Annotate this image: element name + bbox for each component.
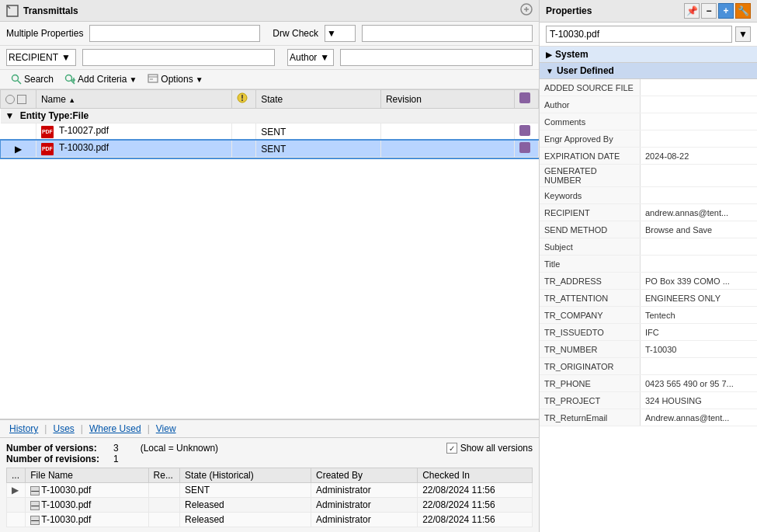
row-purple bbox=[514, 141, 538, 158]
pin-button[interactable]: 📌 bbox=[684, 3, 700, 19]
status-icon bbox=[237, 92, 248, 103]
file-selector-input[interactable] bbox=[546, 26, 732, 43]
col-revision[interactable]: Revision bbox=[380, 90, 514, 109]
panel-header: Transmittals bbox=[0, 0, 539, 22]
h-state: SENT bbox=[180, 483, 311, 498]
row-radio[interactable] bbox=[1, 123, 36, 141]
options-label: Options bbox=[161, 74, 193, 85]
history-row[interactable]: ▶ —T-10030.pdf SENT Administrator 22/08/… bbox=[7, 483, 533, 498]
user-defined-arrow: ▼ bbox=[546, 67, 554, 75]
panel-title: Transmittals bbox=[23, 5, 78, 16]
system-section[interactable]: ▶ System bbox=[540, 47, 757, 63]
hcol-re[interactable]: Re... bbox=[148, 468, 179, 483]
history-table: ... File Name Re... State (Historical) C… bbox=[6, 468, 533, 527]
versions-row: Number of versions: 3 (Local = Unknown) bbox=[6, 443, 218, 454]
add-criteria-button[interactable]: Add Criteria ▼ bbox=[60, 72, 141, 86]
col-name[interactable]: Name bbox=[36, 90, 231, 109]
prop-row: TR_ORIGINATOR bbox=[540, 358, 757, 375]
file-dropdown-button[interactable]: ▼ bbox=[735, 26, 751, 42]
options-button[interactable]: Options ▼ bbox=[143, 72, 207, 86]
prop-row: SEND METHOD Browse and Save bbox=[540, 221, 757, 238]
main-table-container[interactable]: Name State Revision bbox=[0, 89, 539, 419]
prop-val bbox=[641, 238, 757, 255]
author-dropdown[interactable]: Author ▼ bbox=[287, 49, 334, 66]
prop-row: Keywords bbox=[540, 187, 757, 204]
col-radio[interactable] bbox=[1, 90, 36, 109]
h-expand-cell bbox=[7, 498, 26, 513]
hcol-filename[interactable]: File Name bbox=[26, 468, 148, 483]
prop-row: TR_NUMBER T-10030 bbox=[540, 341, 757, 358]
hcol-createdby[interactable]: Created By bbox=[311, 468, 417, 483]
revisions-row: Number of revisions: 1 bbox=[6, 454, 218, 464]
h-createdby: Administrator bbox=[311, 483, 417, 498]
group-expander[interactable]: ▼ bbox=[5, 110, 15, 121]
table-row[interactable]: ▶ PDF T-10030.pdf SENT bbox=[1, 141, 539, 158]
row-revision bbox=[380, 123, 514, 141]
revisions-label: Number of revisions: bbox=[6, 454, 107, 464]
recipient-input[interactable] bbox=[82, 49, 275, 66]
prop-key: EXPIRATION DATE bbox=[540, 148, 641, 164]
author-input[interactable] bbox=[340, 49, 533, 66]
prop-key: Keywords bbox=[540, 187, 641, 203]
tab-where-used[interactable]: Where Used bbox=[86, 422, 144, 435]
row-state: SENT bbox=[256, 123, 381, 141]
prop-row: TR_ISSUEDTO IFC bbox=[540, 324, 757, 341]
properties-header: Properties 📌 − + 🔧 bbox=[540, 0, 757, 23]
recipient-dropdown[interactable]: RECIPIENT ▼ bbox=[6, 49, 76, 66]
prop-row: TR_PROJECT 324 HOUSING bbox=[540, 392, 757, 409]
properties-table[interactable]: ▶ System ▼ User Defined ADDED SOURCE FIL… bbox=[540, 47, 757, 532]
h-expand-cell[interactable]: ▶ bbox=[7, 483, 26, 498]
purple-icon bbox=[519, 92, 530, 103]
svg-point-5 bbox=[12, 75, 19, 82]
prop-key: TR_PROJECT bbox=[540, 392, 641, 409]
row-name[interactable]: PDF T-10030.pdf bbox=[36, 141, 231, 158]
prop-row: Subject bbox=[540, 238, 757, 256]
show-all-row: ✓ Show all versions bbox=[446, 443, 533, 454]
pdf-icon: PDF bbox=[41, 126, 54, 138]
search-icon bbox=[11, 74, 22, 85]
prop-key: ADDED SOURCE FILE bbox=[540, 79, 641, 96]
local-note: (Local = Unknown) bbox=[141, 443, 218, 454]
tab-history[interactable]: History bbox=[6, 422, 41, 435]
prop-val bbox=[641, 165, 757, 186]
history-content: Number of versions: 3 (Local = Unknown) … bbox=[0, 438, 539, 532]
prop-val: 324 HOUSING bbox=[641, 392, 757, 409]
user-defined-section[interactable]: ▼ User Defined bbox=[540, 63, 757, 79]
plus-button[interactable]: + bbox=[718, 3, 734, 19]
multiple-properties-input[interactable] bbox=[89, 25, 260, 42]
search-button[interactable]: Search bbox=[6, 72, 58, 86]
prop-val: ENGINEERS ONLY bbox=[641, 290, 757, 306]
col-state[interactable]: State bbox=[256, 90, 381, 109]
history-row[interactable]: —T-10030.pdf Released Administrator 22/0… bbox=[7, 498, 533, 513]
group-label: Entity Type:File bbox=[20, 110, 89, 121]
hcol-checkedin[interactable]: Checked In bbox=[418, 468, 533, 483]
system-arrow: ▶ bbox=[546, 50, 552, 59]
drw-check-input[interactable] bbox=[362, 25, 533, 42]
prop-key: Title bbox=[540, 256, 641, 272]
hcol-state[interactable]: State (Historical) bbox=[180, 468, 311, 483]
h-dash-icon: — bbox=[30, 501, 40, 510]
minus-button[interactable]: − bbox=[701, 3, 717, 19]
tab-view[interactable]: View bbox=[153, 422, 179, 435]
prop-row: Comments bbox=[540, 113, 757, 130]
history-row[interactable]: —T-10030.pdf Released Administrator 22/0… bbox=[7, 513, 533, 527]
prop-key: RECIPIENT bbox=[540, 204, 641, 221]
prop-val: Tentech bbox=[641, 307, 757, 323]
drw-check-dropdown[interactable]: ▼ bbox=[325, 25, 356, 42]
tab-uses[interactable]: Uses bbox=[50, 422, 77, 435]
pdf-icon: PDF bbox=[41, 143, 54, 155]
toolbar: Search Add Criteria ▼ Options ▼ bbox=[0, 70, 539, 89]
row-name[interactable]: PDF T-10027.pdf bbox=[36, 123, 231, 141]
table-row[interactable]: PDF T-10027.pdf SENT bbox=[1, 123, 539, 141]
prop-val: T-10030 bbox=[641, 341, 757, 357]
prop-key: Subject bbox=[540, 238, 641, 255]
svg-point-16 bbox=[241, 99, 243, 101]
row-arrow: ▶ bbox=[1, 141, 36, 158]
show-all-checkbox[interactable]: ✓ bbox=[446, 443, 457, 454]
prop-val bbox=[641, 79, 757, 96]
h-dash-icon: — bbox=[30, 516, 40, 525]
panel-options-icon[interactable] bbox=[520, 3, 533, 16]
wrench-button[interactable]: 🔧 bbox=[735, 3, 751, 19]
h-filename: —T-10030.pdf bbox=[26, 513, 148, 527]
svg-rect-11 bbox=[148, 75, 158, 82]
